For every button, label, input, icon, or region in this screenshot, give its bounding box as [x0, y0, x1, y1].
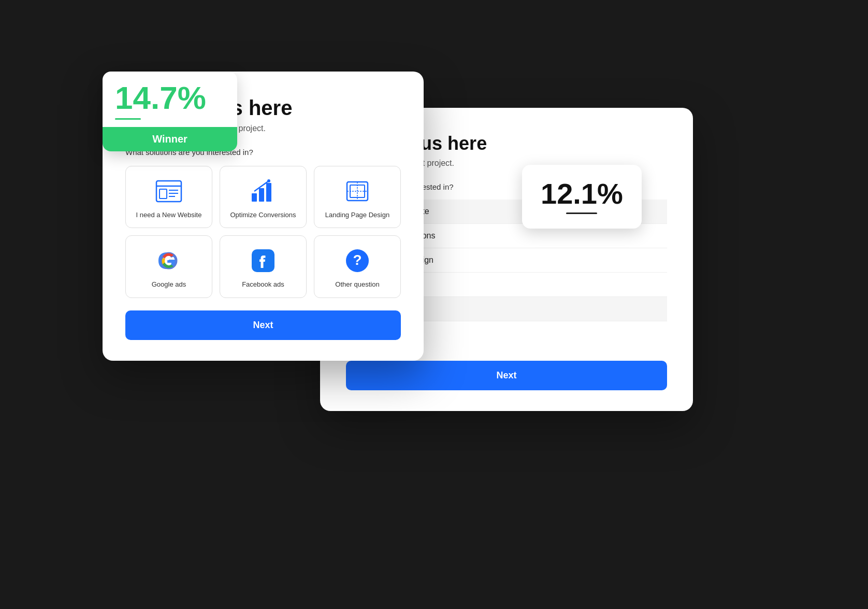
- percent-value-back: 12.1%: [541, 179, 623, 208]
- svg-point-9: [267, 179, 270, 182]
- facebook-icon: [250, 247, 277, 274]
- scene: mssage us here forward to hear about pro…: [71, 46, 797, 564]
- svg-rect-6: [252, 193, 257, 202]
- percent-underline: [566, 213, 597, 214]
- svg-rect-8: [266, 183, 271, 202]
- option-landing-label: Landing Page Design: [325, 211, 389, 220]
- back-next-button[interactable]: Next: [346, 361, 667, 390]
- option-google-label: Google ads: [152, 280, 186, 289]
- winner-percent: 14.7%: [115, 82, 225, 114]
- winner-percent-area: 14.7%: [103, 72, 237, 127]
- website-icon: [155, 178, 182, 205]
- svg-text:?: ?: [353, 252, 361, 268]
- options-grid: I need a New Website Optimize Conversion…: [125, 166, 401, 299]
- option-other-label: Other question: [335, 280, 379, 289]
- option-landing[interactable]: Landing Page Design: [314, 166, 401, 229]
- google-icon: G: [155, 247, 182, 274]
- option-google[interactable]: G Googl: [125, 235, 212, 298]
- svg-rect-2: [160, 189, 167, 199]
- winner-badge: 14.7% Winner: [103, 72, 237, 151]
- svg-rect-7: [259, 188, 264, 202]
- option-website-label: I need a New Website: [136, 211, 202, 220]
- landing-icon: [344, 178, 371, 205]
- option-other[interactable]: ? Other question: [314, 235, 401, 298]
- winner-green-bar: [115, 118, 141, 120]
- front-next-button[interactable]: Next: [125, 310, 401, 340]
- percent-badge-back: 12.1%: [522, 165, 642, 229]
- option-facebook-label: Facebook ads: [242, 280, 284, 289]
- other-icon: ?: [344, 247, 371, 274]
- winner-label: Winner: [103, 127, 237, 151]
- conversions-icon: [250, 178, 277, 205]
- option-facebook[interactable]: Facebook ads: [220, 235, 307, 298]
- option-website[interactable]: I need a New Website: [125, 166, 212, 229]
- option-conversions-label: Optimize Conversions: [230, 211, 296, 220]
- option-conversions[interactable]: Optimize Conversions: [220, 166, 307, 229]
